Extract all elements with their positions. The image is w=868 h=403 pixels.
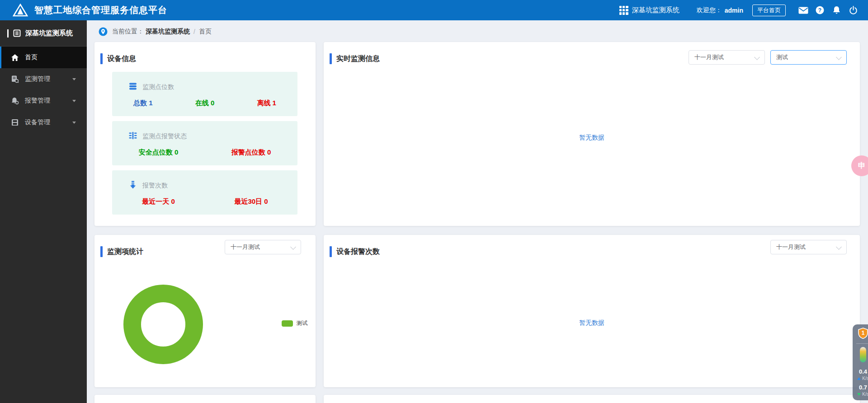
card-title: 设备信息 — [100, 53, 136, 64]
card-title-text: 实时监测信息 — [336, 54, 380, 64]
chevron-down-icon — [72, 100, 76, 102]
stat-online: 在线 0 — [174, 99, 236, 108]
sidebar-system-title: 深基坑监测系统 — [0, 20, 87, 47]
platform-logo-icon — [13, 4, 28, 17]
device-management-icon — [11, 118, 19, 127]
columns-icon — [128, 131, 137, 141]
stat-total: 总数 1 — [112, 99, 174, 108]
location-pin-icon — [99, 27, 108, 36]
panel-label: 报警次数 — [142, 182, 168, 190]
alarm-status-panel: 监测点报警状态 安全点位数 0 报警点位数 0 — [112, 121, 297, 165]
no-data-text: 暂无数据 — [324, 319, 860, 327]
chevron-down-icon — [72, 78, 76, 80]
upload-speed-value: 0.4 — [859, 369, 867, 375]
mail-icon[interactable] — [795, 7, 811, 14]
system-switcher[interactable]: 深基坑监测系统 — [619, 6, 679, 15]
shield-badge-icon: 1 — [858, 328, 868, 341]
stat-last-day: 最近一天 0 — [112, 197, 205, 206]
panel-label: 监测点位数 — [142, 83, 174, 91]
upload-speed-unit: K/s — [862, 376, 868, 381]
panel-label: 监测点报警状态 — [142, 132, 187, 141]
card-title-text: 设备信息 — [107, 54, 136, 64]
monitor-stats-month-select[interactable]: 十一月测试 — [225, 240, 301, 254]
realtime-monitor-card: 实时监测信息 十一月测试 测试 暂无数据 — [324, 42, 860, 226]
title-accent-bar — [100, 53, 103, 64]
svg-text:?: ? — [818, 7, 821, 14]
partial-card-left — [94, 395, 316, 403]
device-alarms-month-select[interactable]: 十一月测试 — [770, 240, 847, 254]
notification-bell-icon[interactable] — [828, 6, 845, 14]
sidebar-title-text: 深基坑监测系统 — [25, 29, 73, 37]
gauge-capsule-icon — [860, 347, 866, 362]
card-title: 实时监测信息 — [330, 53, 380, 64]
donut-chart[interactable] — [123, 285, 203, 364]
chevron-down-icon — [836, 54, 842, 60]
chevron-down-icon — [72, 122, 76, 124]
chevron-down-icon — [290, 244, 296, 250]
download-arrow-icon — [857, 393, 861, 396]
breadcrumb: 当前位置： 深基坑监测系统 / 首页 — [99, 27, 212, 36]
app-header: 智慧工地综合管理服务信息平台 深基坑监测系统 欢迎您： admin 平台首页 ? — [0, 0, 868, 20]
app-grid-icon — [619, 6, 628, 15]
monitor-point-count-panel: 监测点位数 总数 1 在线 0 离线 1 — [112, 72, 297, 116]
realtime-month-select[interactable]: 十一月测试 — [689, 50, 765, 65]
sidebar-item-device-management[interactable]: 设备管理 — [0, 112, 87, 133]
select-value: 十一月测试 — [694, 53, 724, 61]
sidebar-item-alarm-management[interactable]: 报警管理 — [0, 90, 87, 112]
service-badge-text: 申 — [858, 161, 865, 171]
chart-legend-item[interactable]: 测试 — [282, 319, 307, 327]
partial-card-right — [324, 395, 860, 403]
select-value: 十一月测试 — [231, 243, 260, 251]
device-alarm-count-card: 设备报警次数 十一月测试 暂无数据 — [324, 235, 860, 387]
sidebar-item-home[interactable]: 首页 — [0, 47, 87, 68]
breadcrumb-separator: / — [193, 28, 195, 35]
chevron-down-icon — [754, 54, 760, 60]
system-switcher-label: 深基坑监测系统 — [632, 6, 679, 14]
platform-title: 智慧工地综合管理服务信息平台 — [34, 4, 167, 16]
help-icon[interactable]: ? — [811, 6, 828, 14]
monitor-management-icon — [11, 75, 19, 83]
sidebar-item-label: 报警管理 — [25, 97, 50, 105]
realtime-point-select[interactable]: 测试 — [770, 50, 847, 65]
sidebar: 深基坑监测系统 首页 监测管理 报警管理 设备管理 — [0, 20, 87, 403]
no-data-text: 暂无数据 — [324, 134, 860, 142]
title-accent-bar — [330, 53, 332, 64]
card-title-text: 监测项统计 — [107, 247, 143, 257]
title-accent-bar — [7, 29, 9, 37]
chevron-down-icon — [836, 244, 842, 250]
welcome-label: 欢迎您： — [697, 6, 722, 14]
sidebar-item-monitor-management[interactable]: 监测管理 — [0, 68, 87, 90]
monitor-stats-card: 监测项统计 十一月测试 测试 — [94, 235, 316, 387]
sidebar-item-label: 首页 — [25, 53, 38, 61]
breadcrumb-prefix: 当前位置： — [112, 28, 144, 36]
download-speed-value: 0.7 — [859, 384, 867, 390]
layers-icon — [128, 82, 137, 92]
card-title: 监测项统计 — [100, 246, 143, 257]
download-speed-unit: K/s — [862, 392, 868, 397]
legend-swatch — [282, 320, 293, 327]
username: admin — [725, 7, 743, 14]
book-icon — [13, 29, 21, 37]
title-accent-bar — [330, 246, 332, 257]
title-accent-bar — [100, 246, 103, 257]
download-arrow-icon — [128, 180, 137, 191]
legend-label: 测试 — [297, 319, 307, 327]
stat-offline: 离线 1 — [236, 99, 297, 108]
svg-text:1: 1 — [862, 330, 865, 336]
card-title-text: 设备报警次数 — [336, 247, 380, 257]
logout-power-icon[interactable] — [845, 6, 862, 14]
sidebar-item-label: 监测管理 — [25, 75, 50, 83]
select-value: 十一月测试 — [776, 243, 806, 251]
divider — [856, 343, 868, 344]
stat-last-30-days: 最近30日 0 — [205, 197, 297, 206]
alarm-management-icon — [11, 97, 19, 105]
home-icon — [11, 54, 19, 61]
select-value: 测试 — [776, 53, 788, 61]
sidebar-item-label: 设备管理 — [25, 118, 50, 127]
stat-alarm-points: 报警点位数 0 — [205, 148, 297, 157]
card-title: 设备报警次数 — [330, 246, 380, 257]
breadcrumb-root[interactable]: 深基坑监测系统 — [146, 28, 190, 36]
device-info-card: 设备信息 监测点位数 总数 1 在线 0 离线 1 监测点报警状态 安全点位数 … — [94, 42, 316, 226]
network-monitor-widget[interactable]: 1 0.4 K/s 0.7 K/s — [853, 324, 868, 400]
portal-home-button[interactable]: 平台首页 — [752, 5, 786, 16]
